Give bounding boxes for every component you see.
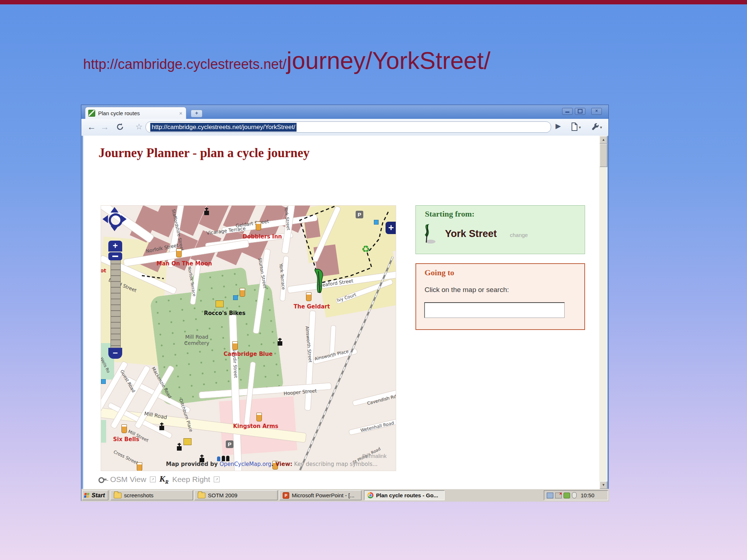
tray-volume-icon[interactable] xyxy=(547,493,553,498)
pan-center-icon[interactable] xyxy=(109,213,123,227)
pan-left-icon[interactable] xyxy=(102,215,108,223)
beer-icon xyxy=(306,292,311,301)
zoom-in-button[interactable]: + xyxy=(108,241,122,252)
go-button[interactable]: ▶ xyxy=(556,122,561,130)
minimize-button[interactable] xyxy=(562,108,573,115)
beer-icon xyxy=(256,222,261,230)
ppt-icon: P xyxy=(283,492,289,499)
beer-icon xyxy=(240,288,245,297)
dot-icon xyxy=(233,295,238,300)
taskbar-button[interactable]: screenshots xyxy=(111,490,193,500)
address-bar[interactable]: http://cambridge.cyclestreets.net/journe… xyxy=(146,121,551,133)
recycle-icon: ♻ xyxy=(361,244,370,254)
pan-up-icon[interactable] xyxy=(111,207,119,213)
url-prefix: http://cambridge.cyclestreets.net/ xyxy=(83,57,287,72)
cemetery-label: Mill RoadCemetery xyxy=(184,334,209,346)
poi-label: ot xyxy=(101,268,106,273)
cycle-route-dashed xyxy=(300,206,389,283)
poi-label: Six Bells xyxy=(113,436,139,443)
tray-network-disconnected-icon[interactable] xyxy=(555,493,562,498)
dot-icon xyxy=(374,220,379,225)
forward-button[interactable]: → xyxy=(99,121,111,133)
person-icon xyxy=(222,456,225,461)
tray-mouse-icon[interactable] xyxy=(572,492,577,498)
map-attribution: Map provided by OpenCycleMap.org. View: … xyxy=(166,461,396,467)
slide-title: http://cambridge.cyclestreets.net/journe… xyxy=(83,47,490,74)
zoom-slider-handle[interactable] xyxy=(108,252,122,260)
scrollbar-thumb[interactable] xyxy=(600,144,607,167)
tab-favicon-icon xyxy=(88,110,95,117)
person-icon xyxy=(226,456,229,461)
beer-icon xyxy=(137,462,142,471)
church-icon xyxy=(177,446,182,451)
tab-close-icon[interactable]: × xyxy=(178,110,183,116)
church-icon xyxy=(159,426,164,430)
taskbar-button-label: screenshots xyxy=(124,492,154,498)
back-button[interactable]: ← xyxy=(86,121,97,133)
taskbar-button[interactable]: PMicrosoft PowerPoint - [... xyxy=(279,490,361,500)
close-button[interactable]: × xyxy=(591,108,602,115)
going-to-panel: Going to Click on the map or search: xyxy=(415,263,585,330)
browser-window: Plan cycle routes × + × ← → ☆ http://cam… xyxy=(81,105,609,501)
beer-icon xyxy=(256,413,262,421)
system-tray: 10:50 xyxy=(544,490,608,500)
starting-from-panel: Starting from: York Street change xyxy=(415,205,585,254)
zoom-out-button[interactable]: − xyxy=(108,348,122,359)
taskbar-clock: 10:50 xyxy=(581,492,595,498)
windows-taskbar: Start screenshotsSOTM 2009PMicrosoft Pow… xyxy=(81,489,609,502)
start-flag-icon xyxy=(422,223,437,245)
keep-right-link[interactable]: Keep Right xyxy=(172,475,210,484)
shop-icon xyxy=(183,438,191,445)
folder-icon xyxy=(114,493,121,498)
poi-label: Cambridge Blue xyxy=(224,351,272,357)
key-icon xyxy=(98,477,107,482)
wrench-menu-dropdown-icon: ▾ xyxy=(600,125,602,130)
church-icon xyxy=(278,341,282,346)
scroll-up-button[interactable]: ▲ xyxy=(600,136,607,144)
permalink-link[interactable]: Permalink xyxy=(362,453,387,459)
windows-logo-icon xyxy=(84,493,90,498)
poi-label: Dobblers Inn xyxy=(243,233,282,240)
external-link-icon: ↗ xyxy=(214,477,220,482)
page-content: Journey Planner - plan a cycle journey xyxy=(83,136,607,489)
maximize-button[interactable] xyxy=(575,108,585,115)
taskbar-button[interactable]: Plan cycle routes - Go... xyxy=(364,490,445,500)
beer-icon xyxy=(232,341,238,350)
tray-antivirus-icon[interactable] xyxy=(564,493,570,498)
external-link-icon: ↗ xyxy=(150,477,156,482)
poi-label: Kingston Arms xyxy=(233,423,278,429)
starting-from-title: Starting from: xyxy=(425,209,475,219)
opencyclemap-link[interactable]: OpenCycleMap.org xyxy=(220,461,271,467)
dot-icon xyxy=(101,379,106,384)
going-to-input[interactable] xyxy=(424,302,565,318)
url-text-selected: http://cambridge.cyclestreets.net/journe… xyxy=(150,123,297,132)
change-link[interactable]: change xyxy=(510,232,528,238)
poi-label: The Geldart xyxy=(294,303,330,310)
new-tab-button[interactable]: + xyxy=(191,110,202,117)
taskbar-button-label: SOTM 2009 xyxy=(208,492,237,498)
bookmark-star-icon[interactable]: ☆ xyxy=(133,121,145,133)
folder-icon xyxy=(198,493,205,498)
page-heading: Journey Planner - plan a cycle journey xyxy=(98,146,310,160)
layer-switcher-button[interactable]: + xyxy=(386,222,396,234)
journey-map[interactable]: Geldart StreetVicarage TerraceStaffordsh… xyxy=(101,205,396,471)
osm-view-link[interactable]: OSM View xyxy=(110,475,146,484)
going-to-instruction: Click on the map or search: xyxy=(425,286,509,294)
page-scrollbar[interactable]: ▲ ▼ xyxy=(599,136,607,489)
taskbar-button-label: Plan cycle routes - Go... xyxy=(376,492,438,498)
map-footer-links: OSM View ↗ KR Keep Right ↗ xyxy=(98,474,220,485)
map-key-link[interactable]: Key describing map symbols... xyxy=(293,461,378,467)
scroll-down-button[interactable]: ▼ xyxy=(600,481,607,489)
taskbar-button-label: Microsoft PowerPoint - [... xyxy=(292,492,355,498)
taskbar-button[interactable]: SOTM 2009 xyxy=(194,490,278,500)
poi-label: Man On The Moon xyxy=(156,260,212,267)
going-to-title: Going to xyxy=(425,268,454,277)
poi-label: Rocco's Bikes xyxy=(204,310,245,316)
slide: http://cambridge.cyclestreets.net/journe… xyxy=(0,0,747,560)
tab-plan-cycle-routes[interactable]: Plan cycle routes × xyxy=(85,107,186,119)
tab-strip: Plan cycle routes × + × xyxy=(81,105,608,119)
start-button[interactable]: Start xyxy=(82,490,108,500)
map-pan-compass[interactable] xyxy=(104,209,125,230)
reload-button[interactable] xyxy=(114,121,126,133)
zoom-slider-track[interactable] xyxy=(111,252,121,349)
